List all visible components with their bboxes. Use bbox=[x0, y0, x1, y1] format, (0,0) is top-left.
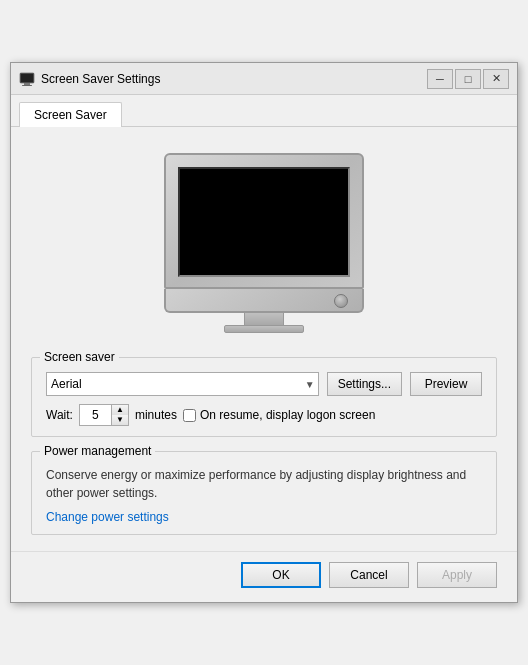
monitor-screen bbox=[178, 167, 350, 277]
monitor-stand-base bbox=[224, 325, 304, 333]
monitor-stand-top bbox=[244, 313, 284, 325]
wait-label: Wait: bbox=[46, 408, 73, 422]
spinner-up-button[interactable]: ▲ bbox=[112, 405, 128, 415]
power-section: Power management Conserve energy or maxi… bbox=[31, 451, 497, 535]
change-power-settings-link[interactable]: Change power settings bbox=[46, 510, 169, 524]
svg-rect-3 bbox=[22, 85, 32, 86]
wait-input[interactable] bbox=[80, 405, 112, 425]
monitor-bezel-bottom bbox=[164, 289, 364, 313]
screensaver-section: Screen saver Aerial Blank Bubbles Mystif… bbox=[31, 357, 497, 437]
spinner-down-button[interactable]: ▼ bbox=[112, 415, 128, 425]
screensaver-controls-row: Aerial Blank Bubbles Mystify Photos Ribb… bbox=[46, 372, 482, 396]
svg-rect-2 bbox=[24, 83, 30, 85]
screen-saver-dialog: Screen Saver Settings ─ □ ✕ Screen Saver bbox=[10, 62, 518, 603]
dialog-icon bbox=[19, 71, 35, 87]
resume-label[interactable]: On resume, display logon screen bbox=[200, 408, 375, 422]
resume-checkbox-container: On resume, display logon screen bbox=[183, 408, 375, 422]
wait-spinner: ▲ ▼ bbox=[79, 404, 129, 426]
wait-row: Wait: ▲ ▼ minutes On resume, display log… bbox=[46, 404, 482, 426]
monitor-body bbox=[164, 153, 364, 289]
window-controls: ─ □ ✕ bbox=[427, 69, 509, 89]
dialog-content: Screen saver Aerial Blank Bubbles Mystif… bbox=[11, 127, 517, 551]
resume-checkbox[interactable] bbox=[183, 409, 196, 422]
settings-button[interactable]: Settings... bbox=[327, 372, 402, 396]
minimize-button[interactable]: ─ bbox=[427, 69, 453, 89]
power-section-title: Power management bbox=[40, 444, 155, 458]
monitor-preview bbox=[31, 143, 497, 339]
screensaver-dropdown[interactable]: Aerial Blank Bubbles Mystify Photos Ribb… bbox=[46, 372, 319, 396]
screensaver-section-title: Screen saver bbox=[40, 350, 119, 364]
power-description: Conserve energy or maximize performance … bbox=[46, 466, 482, 502]
minutes-label: minutes bbox=[135, 408, 177, 422]
tab-screen-saver[interactable]: Screen Saver bbox=[19, 102, 122, 127]
spinner-buttons: ▲ ▼ bbox=[112, 405, 128, 425]
monitor-power-button bbox=[334, 294, 348, 308]
dialog-buttons: OK Cancel Apply bbox=[11, 551, 517, 602]
apply-button[interactable]: Apply bbox=[417, 562, 497, 588]
cancel-button[interactable]: Cancel bbox=[329, 562, 409, 588]
tab-bar: Screen Saver bbox=[11, 95, 517, 127]
svg-rect-1 bbox=[21, 74, 33, 82]
screensaver-dropdown-container: Aerial Blank Bubbles Mystify Photos Ribb… bbox=[46, 372, 319, 396]
maximize-button[interactable]: □ bbox=[455, 69, 481, 89]
dialog-title: Screen Saver Settings bbox=[41, 72, 427, 86]
ok-button[interactable]: OK bbox=[241, 562, 321, 588]
monitor-graphic bbox=[164, 153, 364, 333]
title-bar: Screen Saver Settings ─ □ ✕ bbox=[11, 63, 517, 95]
close-button[interactable]: ✕ bbox=[483, 69, 509, 89]
preview-button[interactable]: Preview bbox=[410, 372, 482, 396]
